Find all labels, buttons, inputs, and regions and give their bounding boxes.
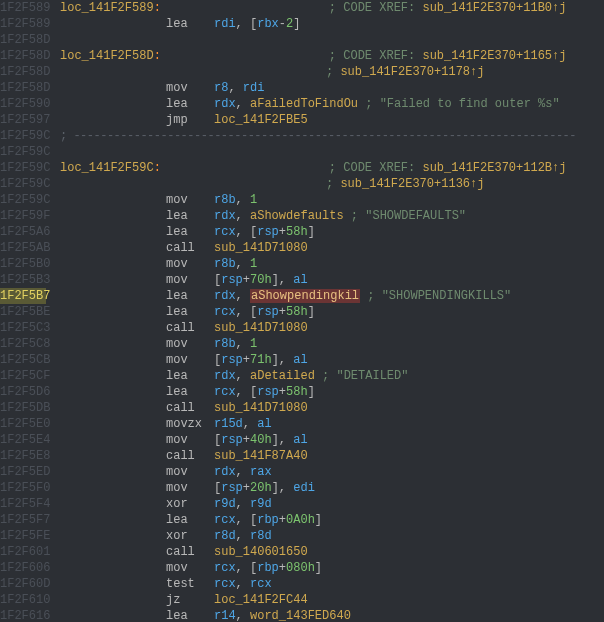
operands[interactable]: rdx, aShowpendingkil	[214, 289, 360, 303]
symbol-ref[interactable]: sub_141D71080	[214, 401, 308, 415]
disassembly-line[interactable]: 1F2F589leardi, [rbx-2]	[0, 16, 604, 32]
operands[interactable]: sub_141D71080	[214, 241, 308, 255]
operands[interactable]: loc_141F2FC44	[214, 593, 308, 607]
operands[interactable]: r8b, 1	[214, 193, 257, 207]
operands[interactable]: rdx, rax	[214, 465, 272, 479]
operands[interactable]: rdx, aFailedToFindOu	[214, 97, 358, 111]
register: al	[293, 433, 307, 447]
disassembly-line[interactable]: 1F2F59Fleardx, aShowdefaults ; "SHOWDEFA…	[0, 208, 604, 224]
symbol-ref[interactable]: sub_140601650	[214, 545, 308, 559]
operands[interactable]: rcx, [rsp+58h]	[214, 225, 315, 239]
disassembly-line[interactable]: 1F2F610jzloc_141F2FC44	[0, 592, 604, 608]
mnemonic: call	[166, 544, 214, 560]
disassembly-line[interactable]: 1F2F5C3callsub_141D71080	[0, 320, 604, 336]
operands[interactable]: [rsp+71h], al	[214, 353, 308, 367]
xref-comment[interactable]: ; CODE XREF:	[329, 161, 423, 175]
disassembly-line[interactable]: 1F2F59C; -------------------------------…	[0, 128, 604, 144]
code-label[interactable]: loc_141F2F58D	[60, 49, 154, 63]
operands[interactable]: rcx, rcx	[214, 577, 272, 591]
disassembly-line[interactable]: 1F2F5F0mov[rsp+20h], edi	[0, 480, 604, 496]
disassembly-line[interactable]: 1F2F58D; sub_141F2E370+1178↑j	[0, 64, 604, 80]
operands[interactable]: loc_141F2FBE5	[214, 113, 308, 127]
disassembly-line[interactable]: 1F2F5A6learcx, [rsp+58h]	[0, 224, 604, 240]
disassembly-line[interactable]: 1F2F5E0movzxr15d, al	[0, 416, 604, 432]
symbol-ref[interactable]: loc_141F2FBE5	[214, 113, 308, 127]
disassembly-line[interactable]: 1F2F5BElearcx, [rsp+58h]	[0, 304, 604, 320]
disassembly-line[interactable]: 1F2F601callsub_140601650	[0, 544, 604, 560]
symbol-ref[interactable]: loc_141F2FC44	[214, 593, 308, 607]
disassembly-view[interactable]: 1F2F589loc_141F2F589:; CODE XREF: sub_14…	[0, 0, 604, 622]
code-label[interactable]: loc_141F2F589	[60, 1, 154, 15]
disassembly-line[interactable]: 1F2F58Dloc_141F2F58D:; CODE XREF: sub_14…	[0, 48, 604, 64]
operands[interactable]: [rsp+40h], al	[214, 433, 308, 447]
disassembly-line[interactable]: 1F2F5F7learcx, [rbp+0A0h]	[0, 512, 604, 528]
disassembly-line[interactable]: 1F2F589loc_141F2F589:; CODE XREF: sub_14…	[0, 0, 604, 16]
operands[interactable]: sub_141D71080	[214, 321, 308, 335]
xref-target[interactable]: sub_141F2E370+1136↑j	[340, 177, 484, 191]
symbol-ref[interactable]: aShowdefaults	[250, 209, 344, 223]
code-label[interactable]: loc_141F2F59C	[60, 161, 154, 175]
disassembly-line[interactable]: 1F2F5E4mov[rsp+40h], al	[0, 432, 604, 448]
disassembly-line[interactable]: 1F2F5E8callsub_141F87A40	[0, 448, 604, 464]
symbol-ref[interactable]: aFailedToFindOu	[250, 97, 358, 111]
disassembly-line[interactable]: 1F2F5ABcallsub_141D71080	[0, 240, 604, 256]
mnemonic: lea	[166, 304, 214, 320]
register: r14	[214, 609, 236, 622]
disassembly-line[interactable]: 1F2F60Dtestrcx, rcx	[0, 576, 604, 592]
disassembly-line[interactable]: 1F2F5B7leardx, aShowpendingkil ; "SHOWPE…	[0, 288, 604, 304]
disassembly-line[interactable]: 1F2F5DBcallsub_141D71080	[0, 400, 604, 416]
disassembly-line[interactable]: 1F2F58Dmovr8, rdi	[0, 80, 604, 96]
register: rsp	[221, 433, 243, 447]
operands[interactable]: r14, word_143FED640	[214, 609, 351, 622]
xref-target[interactable]: sub_141F2E370+1165↑j	[422, 49, 566, 63]
disassembly-line[interactable]: 1F2F616lear14, word_143FED640	[0, 608, 604, 622]
xref-comment[interactable]: ; CODE XREF:	[329, 49, 423, 63]
operands[interactable]: r8b, 1	[214, 257, 257, 271]
disassembly-line[interactable]: 1F2F5C8movr8b, 1	[0, 336, 604, 352]
disassembly-line[interactable]: 1F2F59Cloc_141F2F59C:; CODE XREF: sub_14…	[0, 160, 604, 176]
disassembly-line[interactable]: 1F2F59C; sub_141F2E370+1136↑j	[0, 176, 604, 192]
xref-target[interactable]: sub_141F2E370+112B↑j	[422, 161, 566, 175]
operands[interactable]: r15d, al	[214, 417, 272, 431]
operands[interactable]: rdx, aShowdefaults	[214, 209, 344, 223]
operands[interactable]: r8d, r8d	[214, 529, 272, 543]
symbol-ref[interactable]: sub_141F87A40	[214, 449, 308, 463]
disassembly-line[interactable]: 1F2F597jmploc_141F2FBE5	[0, 112, 604, 128]
symbol-ref[interactable]: sub_141D71080	[214, 241, 308, 255]
disassembly-line[interactable]: 1F2F5CBmov[rsp+71h], al	[0, 352, 604, 368]
disassembly-line[interactable]: 1F2F5F4xorr9d, r9d	[0, 496, 604, 512]
operands[interactable]: rdi, [rbx-2]	[214, 17, 300, 31]
operands[interactable]: [rsp+20h], edi	[214, 481, 315, 495]
disassembly-line[interactable]: 1F2F5FExorr8d, r8d	[0, 528, 604, 544]
operands[interactable]: sub_140601650	[214, 545, 308, 559]
disassembly-line[interactable]: 1F2F5B0movr8b, 1	[0, 256, 604, 272]
disassembly-line[interactable]: 1F2F590leardx, aFailedToFindOu ; "Failed…	[0, 96, 604, 112]
operands[interactable]: r8, rdi	[214, 81, 264, 95]
disassembly-line[interactable]: 1F2F58D	[0, 32, 604, 48]
disassembly-line[interactable]: 1F2F606movrcx, [rbp+080h]	[0, 560, 604, 576]
operands[interactable]: rdx, aDetailed	[214, 369, 315, 383]
operands[interactable]: rcx, [rbp+080h]	[214, 561, 322, 575]
disassembly-line[interactable]: 1F2F5CFleardx, aDetailed ; "DETAILED"	[0, 368, 604, 384]
symbol-ref[interactable]: word_143FED640	[250, 609, 351, 622]
symbol-ref[interactable]: aShowpendingkil	[250, 289, 360, 303]
disassembly-line[interactable]: 1F2F5D6learcx, [rsp+58h]	[0, 384, 604, 400]
operands[interactable]: rcx, [rsp+58h]	[214, 305, 315, 319]
operands[interactable]: r8b, 1	[214, 337, 257, 351]
operands[interactable]: [rsp+70h], al	[214, 273, 308, 287]
operands[interactable]: rcx, [rsp+58h]	[214, 385, 315, 399]
disassembly-line[interactable]: 1F2F59Cmovr8b, 1	[0, 192, 604, 208]
operands[interactable]: rcx, [rbp+0A0h]	[214, 513, 322, 527]
disassembly-line[interactable]: 1F2F5B3mov[rsp+70h], al	[0, 272, 604, 288]
xref-comment[interactable]: ; CODE XREF:	[329, 1, 423, 15]
operands[interactable]: sub_141D71080	[214, 401, 308, 415]
disassembly-line[interactable]: 1F2F59C	[0, 144, 604, 160]
xref-target[interactable]: sub_141F2E370+11B0↑j	[422, 1, 566, 15]
operands[interactable]: r9d, r9d	[214, 497, 272, 511]
disassembly-line[interactable]: 1F2F5EDmovrdx, rax	[0, 464, 604, 480]
register: r9d	[250, 497, 272, 511]
symbol-ref[interactable]: aDetailed	[250, 369, 315, 383]
xref-target[interactable]: sub_141F2E370+1178↑j	[340, 65, 484, 79]
symbol-ref[interactable]: sub_141D71080	[214, 321, 308, 335]
operands[interactable]: sub_141F87A40	[214, 449, 308, 463]
